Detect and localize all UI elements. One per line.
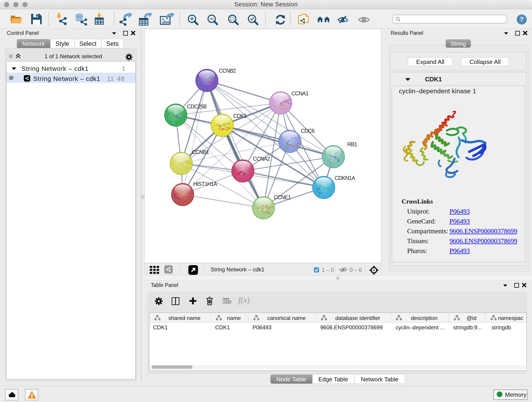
svg-text:CCNA1: CCNA1: [291, 90, 308, 96]
svg-text:CCNB2: CCNB2: [219, 68, 236, 74]
svg-text:CDC6: CDC6: [301, 128, 315, 134]
svg-text:CCNE1: CCNE1: [274, 194, 291, 200]
svg-text:CDKN1A: CDKN1A: [335, 175, 355, 181]
svg-text:CDK1: CDK1: [233, 113, 247, 119]
svg-text:HIST1H1A: HIST1H1A: [193, 181, 217, 187]
svg-text:RB1: RB1: [347, 141, 357, 147]
svg-text:?: ?: [520, 15, 524, 23]
svg-text:CCNA2: CCNA2: [253, 156, 270, 162]
svg-text:CDC25B: CDC25B: [187, 104, 207, 109]
svg-text:CCNB1: CCNB1: [192, 149, 209, 155]
